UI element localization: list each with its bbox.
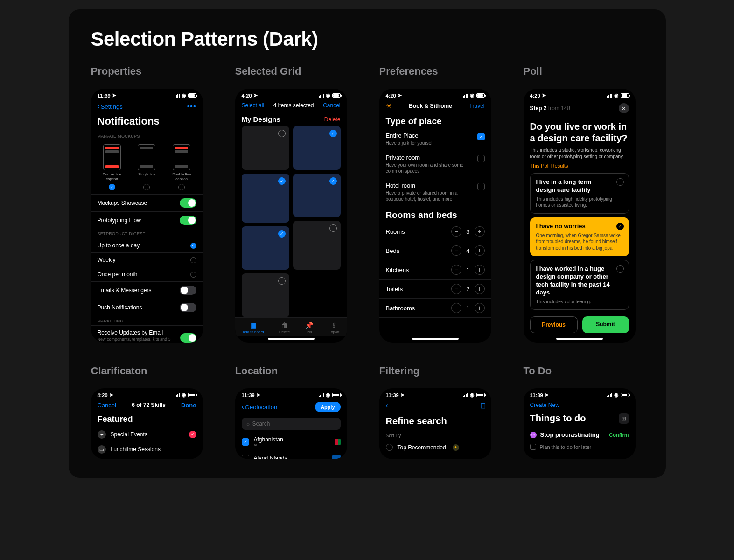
section-title: To Do [524, 365, 643, 377]
previous-button[interactable]: Previous [530, 316, 578, 333]
radio-button[interactable] [190, 243, 196, 249]
mockup-option-3[interactable]: Double line caption [167, 144, 196, 181]
poll-option[interactable]: I have no worriesOne morning, when Grego… [530, 217, 629, 256]
todo-item[interactable]: ◷ Stop procrastinating Confirm [524, 427, 636, 442]
sunrise-icon[interactable]: ☀ [386, 102, 392, 110]
wifi-icon: ◉ [182, 392, 186, 398]
mockup-label: Single line [138, 172, 155, 177]
place-option[interactable]: Entire PlaceHave a jerk for yourself [379, 128, 491, 150]
plus-button[interactable]: + [475, 265, 485, 275]
delete-button[interactable]: Delete [324, 116, 341, 123]
poll-results-link[interactable]: This Poll Results [524, 163, 636, 173]
checkbox[interactable] [530, 444, 536, 450]
wifi-icon: ◉ [326, 392, 330, 398]
tab-export[interactable]: ⇪Export [329, 322, 339, 334]
toggle-switch[interactable] [180, 333, 196, 343]
freq-row[interactable]: Weekly [91, 252, 203, 267]
tab-add-to-board[interactable]: ▦Add to board [243, 322, 264, 334]
country-name: Aland Islands [254, 455, 328, 459]
category-icon[interactable]: ⊞ [619, 413, 629, 424]
radio-button[interactable] [386, 444, 393, 451]
skill-row[interactable]: ▭ Lunchtime Sessions [91, 442, 203, 457]
poll-option[interactable]: I live in a long-term design care facili… [530, 173, 629, 214]
design-cell[interactable] [242, 174, 289, 223]
plus-button[interactable]: + [475, 226, 485, 237]
back-button[interactable]: ‹ [386, 402, 388, 409]
status-bar: 11:39 ➤ ◉ [379, 388, 491, 399]
checkbox[interactable] [477, 155, 485, 162]
tab-delete[interactable]: 🗑Delete [279, 322, 290, 334]
back-button[interactable]: ‹Geolocation [242, 403, 278, 411]
search-input[interactable]: ⌕ Search [242, 418, 341, 430]
select-all-button[interactable]: Select all [242, 102, 265, 109]
poll-option[interactable]: I have worked in a huge design company o… [530, 260, 629, 310]
country-row[interactable]: Aland Islands [235, 451, 347, 459]
design-cell[interactable] [242, 273, 289, 317]
design-cell[interactable] [242, 226, 289, 270]
radio-button[interactable] [190, 272, 196, 278]
home-indicator[interactable] [412, 338, 459, 340]
toggle-switch[interactable] [180, 286, 196, 295]
place-option[interactable]: Private roomHave your own room and share… [379, 150, 491, 178]
design-cell[interactable] [293, 174, 341, 217]
mockup-option-1[interactable]: Double line caption [97, 144, 127, 181]
select-mark-icon [329, 130, 337, 137]
checkbox[interactable] [242, 455, 249, 459]
back-button[interactable]: ‹Settings [98, 103, 123, 110]
done-button[interactable]: Done [181, 402, 196, 409]
minus-button[interactable]: − [451, 226, 461, 237]
home-indicator[interactable] [556, 338, 603, 340]
tab-pin[interactable]: 📌Pin [305, 322, 314, 334]
country-code: AF [254, 443, 328, 447]
design-cell[interactable] [293, 126, 341, 170]
sort-option[interactable]: Top Recommended ★ [379, 440, 491, 455]
skill-row[interactable]: ✦ Special Events [91, 427, 203, 442]
close-button[interactable]: ✕ [619, 103, 629, 113]
toggle-switch[interactable] [180, 303, 196, 312]
home-indicator[interactable] [268, 338, 315, 340]
bookmark-icon[interactable]: ⎕ [481, 402, 485, 409]
radio-icon [616, 178, 624, 186]
toggle-switch[interactable] [180, 198, 196, 208]
checkbox[interactable] [477, 183, 485, 190]
checkbox[interactable] [477, 133, 485, 140]
submit-button[interactable]: Submit [582, 316, 629, 333]
freq-row[interactable]: Once per month [91, 267, 203, 281]
radio-button[interactable] [178, 184, 185, 190]
minus-button[interactable]: − [451, 265, 461, 275]
plus-button[interactable]: + [475, 245, 485, 256]
stepper-value: 1 [466, 266, 469, 273]
minus-button[interactable]: − [451, 284, 461, 294]
battery-icon [332, 93, 341, 98]
radio-button[interactable] [143, 184, 150, 190]
tab-label: Delete [279, 330, 290, 334]
create-new-link[interactable]: Create New [524, 399, 636, 411]
apply-button[interactable]: Apply [315, 402, 341, 412]
mockup-option-2[interactable]: Single line [132, 144, 161, 181]
todo-subtask[interactable]: Plan this to-do for later [524, 442, 636, 452]
freq-row[interactable]: Up to once a day [91, 238, 203, 252]
confirm-button[interactable]: Confirm [609, 432, 629, 438]
skills-count: 6 of 72 Skills [132, 402, 166, 409]
design-cell[interactable] [293, 221, 341, 270]
more-button[interactable]: ••• [187, 102, 196, 111]
radio-button[interactable] [190, 257, 196, 263]
place-option[interactable]: Hotel roomHave a private or shared room … [379, 178, 491, 206]
poll-buttons: Previous Submit [524, 314, 636, 333]
travel-button[interactable]: Travel [469, 103, 485, 109]
country-row[interactable]: AfghanistanAF [235, 433, 347, 451]
cancel-button[interactable]: Cancel [323, 102, 340, 109]
minus-button[interactable]: − [451, 303, 461, 313]
toggle-switch[interactable] [180, 216, 196, 225]
plus-button[interactable]: + [475, 303, 485, 313]
cancel-button[interactable]: Cancel [98, 402, 116, 409]
checkbox[interactable] [242, 438, 249, 446]
plus-button[interactable]: + [475, 284, 485, 294]
stepper-row: Rooms−3+ [379, 222, 491, 241]
status-time: 11:39 [98, 93, 111, 98]
design-cell[interactable] [242, 126, 289, 170]
pref-section-title: Rooms and beds [379, 206, 491, 222]
chevron-left-icon: ‹ [242, 403, 244, 411]
minus-button[interactable]: − [451, 245, 461, 256]
radio-button[interactable] [109, 184, 115, 190]
